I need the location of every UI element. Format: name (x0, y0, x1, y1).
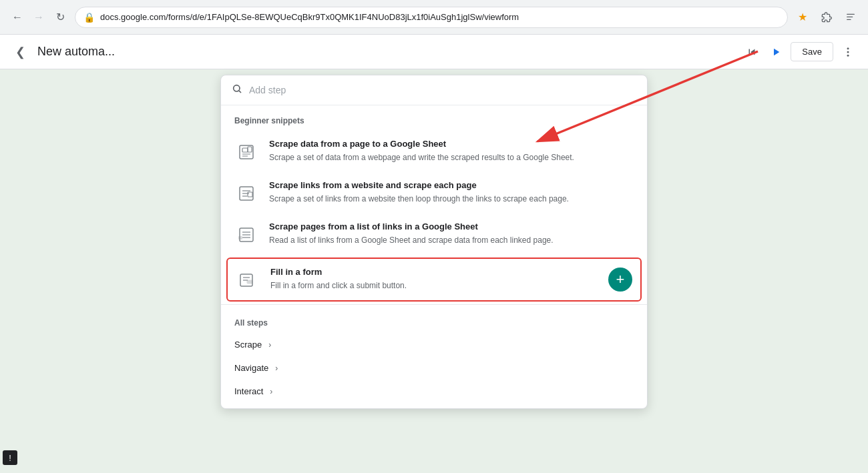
step-label-navigate: Navigate (234, 363, 268, 373)
all-steps-label: All steps (221, 313, 647, 333)
snippet-icon-1 (234, 140, 258, 164)
snippet-desc-2: Scrape a set of links from a website the… (269, 193, 634, 205)
snippet-desc-1: Scrape a set of data from a webpage and … (269, 151, 634, 163)
step-back-button[interactable] (742, 43, 761, 61)
add-step-button[interactable]: + (608, 268, 632, 292)
nav-buttons: ← → ↻ (8, 8, 69, 27)
svg-rect-2 (847, 19, 851, 19)
page-title: New automa... (37, 45, 734, 59)
snippet-item-3[interactable]: Scrape pages from a list of links in a G… (221, 213, 647, 255)
snippet-item-2[interactable]: Scrape links from a website and scrape e… (221, 172, 647, 213)
app-header: ❮ New automa... Save (0, 35, 868, 69)
address-bar[interactable]: 🔒 docs.google.com/forms/d/e/1FAIpQLSe-8E… (75, 7, 788, 28)
play-button[interactable] (767, 43, 785, 61)
profile-button[interactable] (841, 8, 860, 27)
beginner-snippets-label: Beginner snippets (221, 105, 647, 131)
header-actions: Save (742, 42, 857, 61)
search-input[interactable] (249, 85, 636, 95)
step-item-scrape[interactable]: Scrape › (221, 333, 647, 356)
step-item-interact[interactable]: Interact › (221, 380, 647, 403)
svg-rect-25 (247, 280, 252, 284)
snippet-title-1: Scrape data from a page to a Google Shee… (269, 139, 634, 149)
svg-rect-16 (248, 192, 252, 197)
svg-point-4 (847, 51, 849, 53)
bookmark-button[interactable]: ★ (793, 8, 812, 27)
snippet-icon-3 (234, 223, 258, 247)
app-content: ❮ New automa... Save (0, 35, 868, 473)
snippet-item-4[interactable]: Fill in a form Fill in a form and click … (226, 258, 642, 302)
snippet-icon-4 (236, 268, 260, 292)
warning-badge[interactable]: ! (3, 450, 17, 465)
chevron-icon-interact: › (270, 387, 272, 396)
extensions-button[interactable] (817, 8, 836, 27)
svg-rect-11 (248, 147, 252, 152)
snippet-desc-3: Read a list of links from a Google Sheet… (269, 234, 634, 246)
snippet-text-4: Fill in a form Fill in a form and click … (270, 267, 598, 292)
browser-actions: ★ (793, 8, 860, 27)
browser-chrome: ← → ↻ 🔒 docs.google.com/forms/d/e/1FAIpQ… (0, 0, 868, 35)
svg-rect-21 (238, 236, 242, 240)
more-options-button[interactable] (839, 43, 857, 61)
snippet-text-2: Scrape links from a website and scrape e… (269, 180, 634, 205)
step-label-interact: Interact (234, 386, 263, 396)
svg-rect-8 (242, 148, 248, 152)
panel-content: Beginner snippets Scrape data from (221, 105, 647, 408)
chevron-icon-scrape: › (268, 340, 271, 350)
step-label-scrape: Scrape (234, 340, 262, 350)
snippet-title-2: Scrape links from a website and scrape e… (269, 180, 634, 190)
app-back-button[interactable]: ❮ (11, 43, 29, 61)
add-step-panel: Beginner snippets Scrape data from (220, 75, 648, 409)
forward-button[interactable]: → (29, 8, 48, 27)
snippet-item-1[interactable]: Scrape data from a page to a Google Shee… (221, 131, 647, 172)
svg-point-6 (234, 85, 240, 91)
main-area: ❮ New automa... Save (0, 35, 868, 473)
snippet-text-3: Scrape pages from a list of links in a G… (269, 221, 634, 246)
svg-rect-0 (847, 13, 855, 14)
lock-icon: 🔒 (83, 12, 95, 23)
all-steps-section: All steps Scrape › Navigate › Interact › (221, 308, 647, 408)
snippet-text-1: Scrape data from a page to a Google Shee… (269, 139, 634, 163)
reload-button[interactable]: ↻ (51, 8, 69, 27)
section-divider (221, 304, 647, 305)
svg-rect-1 (847, 16, 853, 17)
search-icon (232, 83, 242, 97)
chevron-icon-navigate: › (275, 364, 278, 373)
snippet-title-4: Fill in a form (270, 267, 598, 277)
search-bar (221, 75, 647, 105)
snippet-title-3: Scrape pages from a list of links in a G… (269, 221, 634, 231)
url-text: docs.google.com/forms/d/e/1FAIpQLSe-8EWQ… (100, 12, 779, 22)
save-button[interactable]: Save (791, 42, 833, 61)
snippet-icon-2 (234, 181, 258, 205)
svg-point-5 (847, 54, 849, 56)
step-item-navigate[interactable]: Navigate › (221, 356, 647, 380)
back-button[interactable]: ← (8, 8, 27, 27)
svg-point-3 (847, 47, 849, 49)
snippet-desc-4: Fill in a form and click a submit button… (270, 280, 598, 292)
